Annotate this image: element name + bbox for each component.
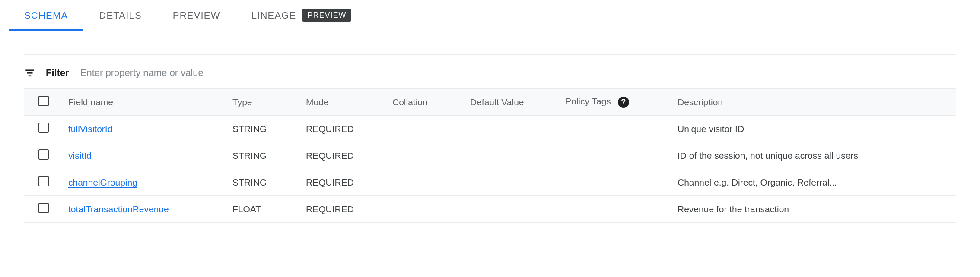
select-all-checkbox[interactable] bbox=[38, 96, 49, 106]
field-default bbox=[465, 196, 560, 223]
filter-input[interactable] bbox=[80, 67, 956, 79]
tab-schema[interactable]: SCHEMA bbox=[9, 0, 83, 31]
filter-label: Filter bbox=[46, 67, 69, 79]
field-default bbox=[465, 116, 560, 142]
field-mode: REQUIRED bbox=[301, 196, 387, 223]
field-type: STRING bbox=[227, 169, 301, 196]
field-mode: REQUIRED bbox=[301, 116, 387, 142]
col-header-description[interactable]: Description bbox=[672, 89, 956, 116]
field-collation bbox=[387, 142, 465, 169]
filter-bar: Filter bbox=[24, 54, 956, 88]
table-row: visitIdSTRINGREQUIREDID of the session, … bbox=[24, 142, 956, 169]
field-collation bbox=[387, 116, 465, 142]
svg-rect-0 bbox=[25, 69, 34, 71]
table-row: channelGroupingSTRINGREQUIREDChannel e.g… bbox=[24, 169, 956, 196]
field-default bbox=[465, 142, 560, 169]
field-type: STRING bbox=[227, 142, 301, 169]
row-checkbox[interactable] bbox=[38, 176, 49, 186]
field-name-link[interactable]: totalTransactionRevenue bbox=[68, 204, 169, 214]
field-policy-tags bbox=[560, 169, 672, 196]
field-collation bbox=[387, 169, 465, 196]
field-description: ID of the session, not unique across all… bbox=[672, 142, 956, 169]
field-name-link[interactable]: channelGrouping bbox=[68, 177, 137, 188]
filter-icon bbox=[24, 67, 35, 79]
col-header-type[interactable]: Type bbox=[227, 89, 301, 116]
col-header-mode[interactable]: Mode bbox=[301, 89, 387, 116]
field-default bbox=[465, 169, 560, 196]
col-header-field-name[interactable]: Field name bbox=[63, 89, 227, 116]
field-policy-tags bbox=[560, 196, 672, 223]
tab-details[interactable]: DETAILS bbox=[83, 0, 157, 31]
svg-rect-1 bbox=[27, 72, 33, 74]
row-checkbox[interactable] bbox=[38, 203, 49, 213]
policy-tags-label: Policy Tags bbox=[565, 96, 611, 106]
col-header-default-value[interactable]: Default Value bbox=[465, 89, 560, 116]
tab-lineage[interactable]: LINEAGE PREVIEW bbox=[236, 0, 367, 31]
row-checkbox[interactable] bbox=[38, 149, 49, 160]
table-row: fullVisitorIdSTRINGREQUIREDUnique visito… bbox=[24, 116, 956, 142]
col-header-collation[interactable]: Collation bbox=[387, 89, 465, 116]
field-name-link[interactable]: visitId bbox=[68, 151, 92, 161]
field-name-link[interactable]: fullVisitorId bbox=[68, 124, 112, 134]
tab-bar: SCHEMA DETAILS PREVIEW LINEAGE PREVIEW bbox=[0, 0, 980, 31]
field-type: FLOAT bbox=[227, 196, 301, 223]
field-description: Revenue for the transaction bbox=[672, 196, 956, 223]
table-row: totalTransactionRevenueFLOATREQUIREDReve… bbox=[24, 196, 956, 223]
field-collation bbox=[387, 196, 465, 223]
col-header-policy-tags[interactable]: Policy Tags ? bbox=[560, 89, 672, 116]
field-description: Unique visitor ID bbox=[672, 116, 956, 142]
svg-rect-2 bbox=[29, 75, 32, 76]
row-checkbox[interactable] bbox=[38, 123, 49, 133]
tab-preview[interactable]: PREVIEW bbox=[157, 0, 236, 31]
tab-lineage-label: LINEAGE bbox=[251, 10, 296, 21]
preview-badge: PREVIEW bbox=[302, 9, 351, 22]
field-policy-tags bbox=[560, 116, 672, 142]
field-policy-tags bbox=[560, 142, 672, 169]
field-type: STRING bbox=[227, 116, 301, 142]
field-description: Channel e.g. Direct, Organic, Referral..… bbox=[672, 169, 956, 196]
schema-table: Field name Type Mode Collation Default V… bbox=[24, 88, 956, 223]
policy-tags-help-icon[interactable]: ? bbox=[618, 97, 629, 108]
field-mode: REQUIRED bbox=[301, 169, 387, 196]
field-mode: REQUIRED bbox=[301, 142, 387, 169]
